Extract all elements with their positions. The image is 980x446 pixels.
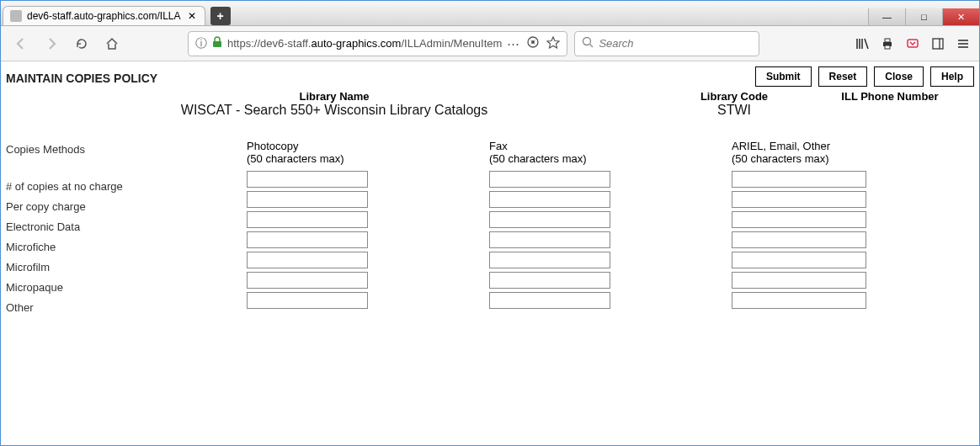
photocopy-electronic-input[interactable] (247, 211, 368, 228)
tab-title: dev6-staff.auto-graphics.com/ILLA (27, 10, 181, 22)
reader-icon[interactable] (526, 35, 540, 51)
photocopy-microfilm-input[interactable] (247, 252, 368, 268)
action-buttons: Submit Reset Close Help (755, 66, 974, 87)
photocopy-no-charge-input[interactable] (247, 171, 368, 188)
back-button[interactable] (9, 32, 33, 56)
fax-hint: (50 characters max) (489, 152, 732, 169)
close-icon[interactable]: ✕ (186, 10, 198, 22)
library-icon[interactable] (855, 36, 870, 51)
new-tab-button[interactable]: + (210, 7, 231, 25)
photocopy-other-input[interactable] (247, 292, 368, 309)
fax-microfilm-input[interactable] (489, 252, 610, 268)
fax-microfiche-input[interactable] (489, 231, 610, 248)
library-code-value: STWI (663, 103, 806, 118)
page-title: MAINTAIN COPIES POLICY (6, 68, 157, 85)
library-name-value: WISCAT - Search 550+ Wisconsin Library C… (6, 103, 663, 118)
fax-header: Fax (489, 140, 732, 152)
row-label: Electronic Data (6, 217, 247, 237)
fax-column: Fax (50 characters max) (489, 140, 732, 318)
page-body: MAINTAIN COPIES POLICY Submit Reset Clos… (1, 61, 979, 445)
ariel-micropaque-input[interactable] (732, 272, 866, 289)
forward-button[interactable] (40, 32, 63, 56)
fax-electronic-input[interactable] (489, 211, 610, 228)
ariel-microfiche-input[interactable] (732, 231, 866, 248)
library-name-label: Library Name (6, 90, 663, 103)
svg-rect-7 (885, 45, 890, 49)
row-label: Per copy charge (6, 197, 247, 217)
ariel-microfilm-input[interactable] (732, 252, 866, 268)
photocopy-per-copy-input[interactable] (247, 191, 368, 208)
help-button[interactable]: Help (930, 66, 974, 87)
ariel-no-charge-input[interactable] (732, 171, 866, 188)
photocopy-microfiche-input[interactable] (247, 231, 368, 248)
url-text: https://dev6-staff.auto-graphics.com/ILL… (227, 37, 502, 50)
svg-rect-8 (908, 40, 918, 47)
bookmark-icon[interactable] (546, 35, 560, 51)
photocopy-hint: (50 characters max) (247, 152, 489, 169)
pocket-icon[interactable] (905, 36, 920, 51)
lock-icon (212, 36, 222, 50)
fax-micropaque-input[interactable] (489, 272, 610, 289)
search-icon (582, 36, 594, 50)
ill-phone-label: ILL Phone Number (806, 90, 974, 103)
photocopy-header: Photocopy (247, 140, 489, 152)
info-icon[interactable]: ⓘ (195, 36, 207, 51)
copies-methods-header: Copies Methods (6, 140, 247, 160)
svg-point-2 (531, 40, 535, 44)
close-button[interactable]: Close (874, 66, 924, 87)
window-titlebar: dev6-staff.auto-graphics.com/ILLA ✕ + — … (1, 1, 979, 26)
row-label: Microfiche (6, 237, 247, 258)
photocopy-micropaque-input[interactable] (247, 272, 368, 289)
row-label: Other (6, 298, 247, 318)
browser-toolbar: ⓘ https://dev6-staff.auto-graphics.com/I… (1, 26, 979, 61)
home-button[interactable] (100, 32, 124, 56)
svg-rect-9 (933, 39, 943, 49)
favicon-icon (10, 10, 22, 22)
browser-tab[interactable]: dev6-staff.auto-graphics.com/ILLA ✕ (3, 6, 205, 25)
svg-rect-0 (213, 41, 221, 47)
fax-other-input[interactable] (489, 292, 610, 309)
photocopy-column: Photocopy (50 characters max) (247, 140, 489, 318)
ariel-hint: (50 characters max) (732, 152, 974, 169)
window-controls: — □ ✕ (868, 8, 979, 25)
sidebar-icon[interactable] (930, 36, 945, 51)
row-label: Microfilm (6, 258, 247, 278)
print-icon[interactable] (880, 36, 895, 51)
ariel-per-copy-input[interactable] (732, 191, 866, 208)
ellipsis-icon[interactable]: ⋯ (507, 36, 519, 51)
row-label: # of copies at no charge (6, 177, 247, 197)
menu-icon[interactable] (956, 36, 971, 51)
minimize-button[interactable]: — (868, 8, 905, 25)
ariel-electronic-input[interactable] (732, 211, 866, 228)
ariel-header: ARIEL, Email, Other (732, 140, 974, 152)
reload-button[interactable] (70, 32, 93, 56)
copies-form: Copies Methods # of copies at no charge … (6, 140, 974, 318)
library-code-label: Library Code (663, 90, 806, 103)
ariel-other-input[interactable] (732, 292, 866, 309)
search-bar[interactable] (574, 31, 759, 56)
fax-per-copy-input[interactable] (489, 191, 610, 208)
svg-point-3 (583, 38, 591, 45)
svg-rect-6 (885, 39, 890, 42)
row-label: Micropaque (6, 278, 247, 298)
svg-line-4 (590, 45, 594, 48)
submit-button[interactable]: Submit (755, 66, 812, 87)
fax-no-charge-input[interactable] (489, 171, 610, 188)
ariel-column: ARIEL, Email, Other (50 characters max) (732, 140, 974, 318)
search-input[interactable] (599, 37, 752, 50)
address-bar[interactable]: ⓘ https://dev6-staff.auto-graphics.com/I… (188, 31, 567, 56)
reset-button[interactable]: Reset (818, 66, 868, 87)
maximize-button[interactable]: □ (905, 8, 942, 25)
window-close-button[interactable]: ✕ (942, 8, 979, 25)
